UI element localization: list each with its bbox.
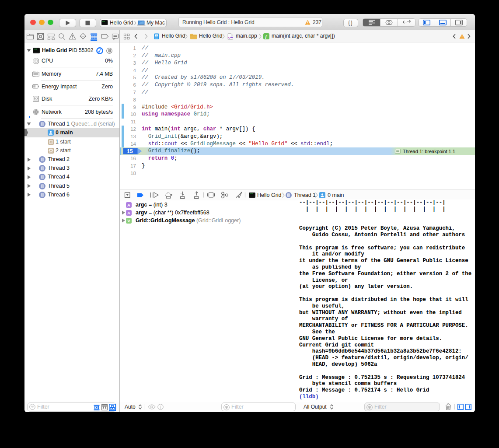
svg-text:My Mac: My Mac: [147, 20, 165, 26]
svg-text:V: V: [127, 218, 130, 223]
svg-text:A: A: [127, 203, 130, 207]
svg-text:Hello Grid: Hello Grid: [257, 192, 282, 198]
svg-text:Hello Grid: Hello Grid: [110, 20, 133, 26]
svg-text:i: i: [160, 405, 161, 410]
svg-text:c++: c++: [228, 35, 233, 39]
svg-text:A: A: [127, 210, 130, 215]
svg-text:0 main: 0 main: [328, 192, 344, 198]
svg-text:Thread 1: Thread 1: [294, 192, 316, 198]
